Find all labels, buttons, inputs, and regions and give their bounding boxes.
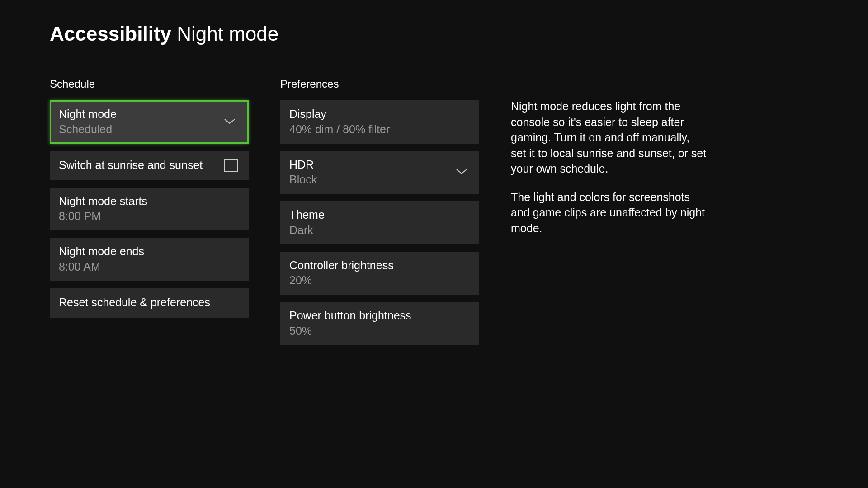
- schedule-column: Schedule Night mode Scheduled Switch at …: [50, 78, 249, 352]
- breadcrumb-category: Accessibility: [50, 23, 171, 45]
- power-button-value: 50%: [289, 324, 470, 339]
- hdr-label: HDR: [289, 157, 470, 173]
- theme-button[interactable]: Theme Dark: [280, 201, 479, 244]
- starts-label: Night mode starts: [59, 194, 240, 209]
- display-button[interactable]: Display 40% dim / 80% filter: [280, 100, 479, 144]
- sunrise-sunset-toggle[interactable]: Switch at sunrise and sunset: [50, 151, 249, 180]
- chevron-down-icon: [456, 168, 467, 177]
- hdr-dropdown[interactable]: HDR Block: [280, 151, 479, 194]
- starts-value: 8:00 PM: [59, 209, 240, 224]
- ends-label: Night mode ends: [59, 244, 240, 259]
- preferences-header: Preferences: [280, 78, 479, 90]
- sunrise-sunset-label: Switch at sunrise and sunset: [59, 158, 203, 173]
- sunrise-sunset-checkbox: [224, 159, 238, 172]
- chevron-down-icon: [224, 117, 236, 127]
- theme-value: Dark: [289, 223, 470, 238]
- controller-brightness-button[interactable]: Controller brightness 20%: [280, 252, 479, 295]
- night-mode-label: Night mode: [59, 107, 240, 122]
- schedule-header: Schedule: [50, 78, 249, 90]
- preferences-column: Preferences Display 40% dim / 80% filter…: [280, 78, 479, 352]
- page-header: Accessibility Night mode: [0, 0, 868, 45]
- night-mode-dropdown[interactable]: Night mode Scheduled: [50, 100, 249, 144]
- controller-label: Controller brightness: [289, 258, 470, 273]
- reset-label: Reset schedule & preferences: [59, 295, 240, 310]
- display-value: 40% dim / 80% filter: [289, 122, 470, 137]
- night-mode-value: Scheduled: [59, 122, 240, 137]
- night-mode-ends-button[interactable]: Night mode ends 8:00 AM: [50, 238, 249, 281]
- theme-label: Theme: [289, 207, 470, 223]
- controller-value: 20%: [289, 273, 470, 288]
- breadcrumb-page: Night mode: [177, 23, 278, 45]
- power-button-label: Power button brightness: [289, 308, 470, 324]
- ends-value: 8:00 AM: [59, 259, 240, 275]
- power-button-brightness-button[interactable]: Power button brightness 50%: [280, 302, 479, 345]
- description-paragraph-1: Night mode reduces light from the consol…: [511, 99, 708, 177]
- hdr-value: Block: [289, 172, 470, 188]
- reset-button[interactable]: Reset schedule & preferences: [50, 288, 249, 318]
- description-panel: Night mode reduces light from the consol…: [511, 78, 708, 352]
- night-mode-starts-button[interactable]: Night mode starts 8:00 PM: [50, 188, 249, 231]
- content-area: Schedule Night mode Scheduled Switch at …: [0, 45, 868, 352]
- display-label: Display: [289, 107, 470, 122]
- page-title: Accessibility Night mode: [50, 23, 868, 45]
- description-paragraph-2: The light and colors for screenshots and…: [511, 189, 708, 236]
